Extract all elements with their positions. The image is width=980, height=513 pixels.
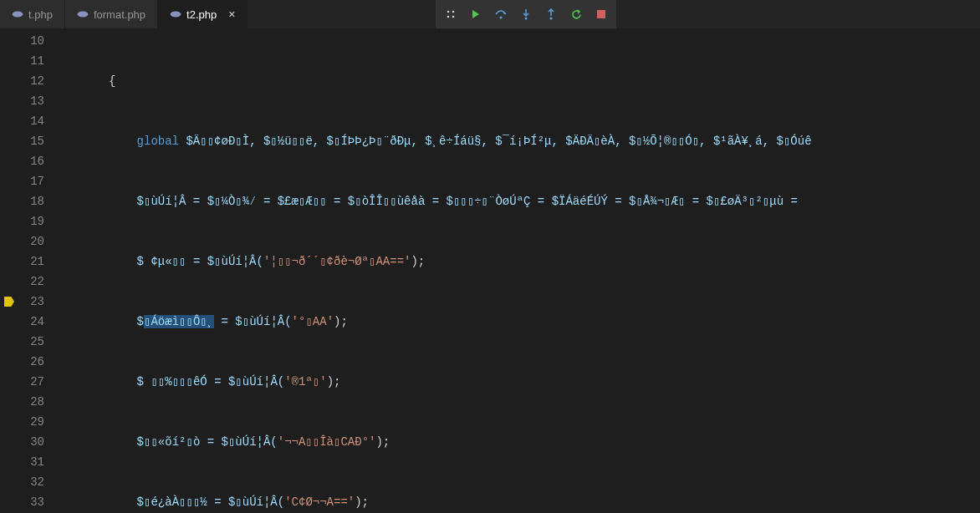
tab-t-php[interactable]: t.php xyxy=(0,0,65,28)
restart-button[interactable] xyxy=(569,8,583,21)
debug-toolbar xyxy=(435,0,617,29)
svg-point-3 xyxy=(447,11,450,13)
stop-button[interactable] xyxy=(595,8,608,21)
drag-handle-icon[interactable] xyxy=(444,8,457,21)
line-gutter: 101112 131415 161718 192021 2223 242526 … xyxy=(0,29,63,513)
svg-point-8 xyxy=(525,18,528,20)
svg-rect-10 xyxy=(597,10,605,18)
step-over-button[interactable] xyxy=(494,8,508,21)
step-out-button[interactable] xyxy=(544,8,558,21)
svg-point-7 xyxy=(500,17,503,19)
php-icon xyxy=(170,8,181,20)
continue-button[interactable] xyxy=(469,8,482,21)
tab-label: format.php xyxy=(94,8,145,21)
tab-t2-php[interactable]: t2.php × xyxy=(158,0,248,28)
code-area[interactable]: { global $Ä▯▯¢øÐ▯Ì, $▯½ü▯▯ë, $▯ÍÞÞ¿Þ▯¨ðÐ… xyxy=(63,29,980,513)
php-icon xyxy=(12,8,23,20)
breakpoint-icon[interactable] xyxy=(4,297,14,307)
svg-point-0 xyxy=(13,12,23,18)
php-icon xyxy=(77,8,89,20)
tab-label: t2.php xyxy=(186,8,217,21)
tab-format-php[interactable]: format.php xyxy=(65,0,158,28)
svg-point-2 xyxy=(171,12,181,18)
svg-point-1 xyxy=(78,12,89,18)
close-icon[interactable]: × xyxy=(228,8,235,21)
code-editor[interactable]: 101112 131415 161718 192021 2223 242526 … xyxy=(0,29,980,513)
svg-point-6 xyxy=(452,16,455,18)
tab-label: t.php xyxy=(28,8,53,21)
step-into-button[interactable] xyxy=(519,8,533,21)
svg-point-5 xyxy=(447,16,450,18)
svg-point-4 xyxy=(452,11,455,13)
svg-point-9 xyxy=(550,18,553,20)
